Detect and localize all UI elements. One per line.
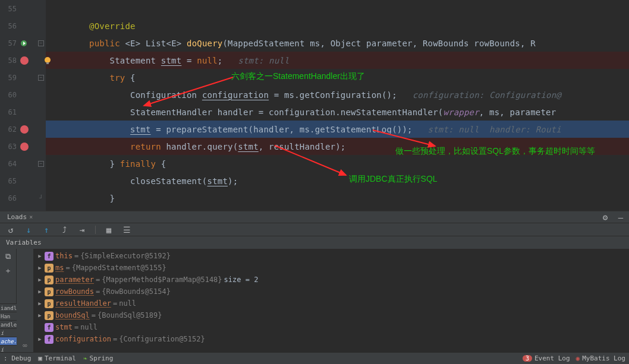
expand-icon[interactable]: ▶ — [37, 300, 43, 306]
thread-tab[interactable]: ache. — [0, 337, 17, 345]
variable-name: rowBounds — [55, 287, 94, 296]
svg-rect-3 — [46, 62, 49, 64]
thread-tab[interactable]: iandl — [0, 303, 17, 312]
close-icon[interactable]: × — [29, 214, 33, 220]
variable-value: {Configuration@5152} — [119, 335, 205, 343]
annotation-1: 六剑客之一StatementHandler出现了 — [231, 71, 365, 82]
inline-hint: stmt: null handler: Routi — [428, 125, 561, 134]
infinity-icon[interactable]: ∞ — [23, 341, 27, 350]
param-badge-icon: p — [45, 287, 54, 296]
spring-icon: ❧ — [83, 354, 87, 362]
add-icon[interactable]: ＋ — [2, 264, 15, 277]
variable-value: {BoundSql@5189} — [98, 311, 162, 319]
variable-value: {MappedStatement@5155} — [72, 264, 166, 272]
expand-icon[interactable]: ▶ — [37, 265, 43, 271]
evaluate-icon[interactable]: ▦ — [104, 225, 114, 235]
annotation: @Override — [89, 21, 136, 31]
status-event-log[interactable]: 3Event Log — [523, 354, 570, 362]
variable-row[interactable]: ▶pparameter = {MapperMethod$ParamMap@514… — [33, 274, 629, 286]
variable-row[interactable]: ▶fthis = {SimpleExecutor@5192} — [33, 250, 629, 262]
tab-loads[interactable]: Loads× — [4, 211, 36, 223]
tool-window-tabbar: Loads× ⚙ — — [0, 211, 629, 223]
gutter: 55 56 57 − 58 59− 60 61 62 63 64− 65 66┘ — [0, 0, 46, 211]
annotation-3: 调用JDBC真正执行SQL — [349, 174, 438, 185]
code-editor[interactable]: 55 56 57 − 58 59− 60 61 62 63 64− 65 66┘… — [0, 0, 629, 211]
param-badge-icon: p — [45, 299, 54, 308]
fold-toggle[interactable]: − — [38, 75, 44, 81]
variable-name: boundSql — [55, 311, 90, 319]
run-to-cursor-icon[interactable]: ⇥ — [77, 225, 87, 235]
status-bar: : Debug ▣Terminal ❧Spring 3Event Log ◉My… — [0, 352, 629, 364]
param-badge-icon: p — [45, 276, 54, 284]
run-marker-icon — [19, 39, 29, 48]
variable-name: this — [55, 252, 73, 260]
step-over-icon[interactable]: ⤴ — [59, 225, 69, 235]
variable-value: {MapperMethod$ParamMap@5148} — [102, 276, 222, 284]
debug-toolbar: ↺ ↓ ↑ ⤴ ⇥ ▦ ☰ — [0, 223, 629, 236]
inline-hint: stmt: null — [238, 56, 289, 65]
variable-name: configuration — [55, 335, 111, 343]
step-out-icon[interactable]: ↑ — [42, 225, 51, 235]
breakpoint-icon[interactable] — [20, 143, 29, 151]
param-badge-icon: p — [45, 311, 54, 320]
rerun-icon[interactable]: ↺ — [6, 225, 15, 235]
svg-point-2 — [45, 57, 51, 63]
variable-value: null — [119, 299, 136, 308]
variable-row[interactable]: ▶prowBounds = {RowBounds@5154} — [33, 286, 629, 297]
status-mybatis[interactable]: ◉MyBatis Log — [576, 354, 625, 362]
variable-value: {SimpleExecutor@5192} — [80, 252, 171, 260]
variable-name: parameter — [55, 276, 94, 284]
expand-icon[interactable]: ▶ — [37, 289, 43, 295]
notification-count: 3 — [523, 355, 532, 362]
minimize-icon[interactable]: — — [616, 213, 625, 222]
field-badge-icon: f — [45, 323, 54, 332]
variable-value: {RowBounds@5154} — [102, 287, 171, 296]
expand-icon[interactable]: ▶ — [37, 253, 43, 259]
variables-tree[interactable]: ▶fthis = {SimpleExecutor@5192}▶pms = {Ma… — [33, 249, 629, 353]
field-badge-icon: f — [45, 335, 54, 344]
variable-value: null — [80, 323, 98, 331]
step-into-icon[interactable]: ↓ — [24, 225, 33, 235]
variable-name: stmt — [55, 323, 73, 331]
variable-row[interactable]: fstmt = null — [33, 321, 629, 333]
thread-tab[interactable]: i (or — [0, 328, 17, 337]
field-badge-icon: f — [45, 252, 54, 261]
layout-icon[interactable]: ☰ — [122, 225, 131, 235]
inline-hint: configuration: Configuration@ — [413, 90, 561, 100]
variable-name: resultHandler — [55, 299, 111, 308]
fold-toggle[interactable]: − — [38, 40, 44, 46]
variable-row[interactable]: ▶pboundSql = {BoundSql@5189} — [33, 309, 629, 321]
variable-row[interactable]: ▶presultHandler = null — [33, 297, 629, 309]
expand-icon[interactable]: ▶ — [37, 336, 43, 342]
status-terminal[interactable]: ▣Terminal — [38, 354, 76, 362]
new-watch-icon[interactable]: ⧉ — [2, 250, 15, 263]
code-area[interactable]: @Override public <E> List<E> doQuery(Map… — [46, 0, 629, 211]
fold-toggle[interactable]: − — [38, 161, 44, 167]
annotation-2: 做一些预处理，比如设置SQL参数，事务超时时间等等 — [395, 146, 595, 157]
breakpoint-icon[interactable] — [20, 125, 29, 134]
debug-panel: ⧉ ＋ iandl Han andle i (or ache. i (on ∞ … — [0, 249, 629, 353]
gear-icon[interactable]: ⚙ — [600, 213, 610, 222]
variable-row[interactable]: ▶pms = {MappedStatement@5155} — [33, 262, 629, 274]
debug-sidetool: ⧉ ＋ iandl Han andle i (or ache. i (on — [0, 249, 17, 353]
expand-icon[interactable]: ▶ — [37, 312, 43, 318]
terminal-icon: ▣ — [38, 354, 42, 362]
breakpoint-icon[interactable] — [20, 56, 29, 65]
variable-name: ms — [55, 264, 64, 272]
line-number: 55 — [2, 5, 17, 13]
thread-tab[interactable]: andle — [0, 320, 17, 328]
status-debug[interactable]: : Debug — [4, 354, 31, 362]
variables-header: Variables — [0, 236, 629, 249]
expand-icon[interactable]: ▶ — [37, 277, 43, 283]
param-badge-icon: p — [45, 264, 54, 273]
status-spring[interactable]: ❧Spring — [83, 354, 113, 362]
thread-tab[interactable]: Han — [0, 312, 17, 320]
thread-tabs: iandl Han andle i (or ache. i (on — [0, 303, 17, 353]
intention-bulb-icon[interactable] — [42, 55, 53, 66]
variable-row[interactable]: ▶fconfiguration = {Configuration@5152} — [33, 333, 629, 345]
mybatis-icon: ◉ — [576, 354, 580, 362]
